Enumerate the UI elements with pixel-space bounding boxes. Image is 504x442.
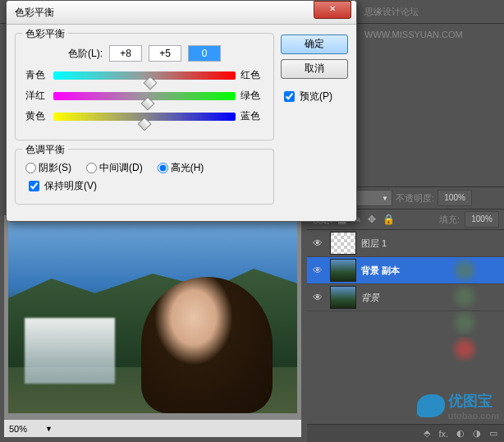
color-balance-dialog: 色彩平衡 ✕ 色彩平衡 色阶(L): +8 +5 0 青色 红色 洋红 — [6, 0, 357, 222]
preserve-luminosity-checkbox[interactable]: 保持明度(V) — [25, 178, 263, 194]
magenta-green-slider[interactable] — [53, 92, 236, 100]
watermark-calligraphy — [440, 256, 489, 371]
layer-thumbnail[interactable] — [330, 286, 356, 309]
color-balance-group: 色彩平衡 色阶(L): +8 +5 0 青色 红色 洋红 绿色 — [15, 33, 274, 140]
adjustment-layer-icon[interactable]: ◑ — [473, 428, 481, 439]
layer-row[interactable]: 👁 图层 1 — [307, 230, 504, 257]
lock-all-icon[interactable]: 🔒 — [383, 214, 395, 225]
slider-right-label: 绿色 — [241, 89, 263, 103]
slider-right-label: 红色 — [241, 68, 263, 82]
chevron-down-icon: ▼ — [382, 195, 388, 202]
preview-checkbox[interactable]: 预览(P) — [281, 89, 348, 104]
visibility-eye-icon[interactable]: 👁 — [310, 263, 325, 278]
chevron-down-icon[interactable]: ▼ — [45, 425, 53, 433]
canvas-statusbar: 50% ▼ — [4, 419, 301, 437]
level-label: 色阶(L): — [68, 47, 103, 61]
slider-left-label: 黄色 — [25, 109, 48, 123]
close-button[interactable]: ✕ — [314, 1, 351, 19]
watermark-url: utobao.com — [448, 411, 499, 421]
new-folder-icon[interactable]: ▭ — [489, 428, 497, 439]
zoom-level-input[interactable]: 50% — [9, 424, 42, 434]
fill-label: 填充: — [439, 214, 460, 226]
dialog-titlebar[interactable]: 色彩平衡 ✕ — [7, 1, 356, 25]
watermark-text: 优图宝 — [448, 391, 499, 411]
slider-left-label: 洋红 — [25, 89, 48, 103]
dialog-title: 色彩平衡 — [15, 6, 314, 20]
lock-move-icon[interactable]: ✥ — [368, 214, 376, 225]
highlights-radio[interactable]: 高光(H) — [158, 161, 204, 175]
shadows-radio[interactable]: 阴影(S) — [25, 161, 71, 175]
layer-thumbnail[interactable] — [330, 232, 356, 255]
opacity-label: 不透明度: — [396, 192, 434, 205]
tone-balance-group: 色调平衡 阴影(S) 中间调(D) 高光(H) 保持明度(V) — [15, 149, 274, 205]
group-legend: 色彩平衡 — [22, 27, 68, 41]
cyan-red-slider[interactable] — [53, 71, 236, 80]
opacity-input[interactable]: 100% — [438, 190, 472, 206]
layer-fx-icon[interactable]: fx. — [438, 429, 448, 439]
layer-thumbnail[interactable] — [330, 259, 356, 282]
level-input-2[interactable]: 0 — [188, 45, 221, 62]
layer-name[interactable]: 图层 1 — [361, 237, 387, 250]
bird-icon — [417, 394, 445, 417]
visibility-eye-icon[interactable]: 👁 — [310, 290, 325, 305]
slider-right-label: 蓝色 — [241, 109, 263, 123]
level-input-0[interactable]: +8 — [109, 45, 142, 62]
link-layers-icon[interactable]: ⬘ — [424, 428, 430, 439]
visibility-eye-icon[interactable]: 👁 — [310, 236, 325, 251]
level-input-1[interactable]: +5 — [149, 45, 181, 62]
document-canvas[interactable]: 50% ▼ — [4, 215, 301, 437]
midtones-radio[interactable]: 中间调(D) — [86, 161, 143, 175]
fill-input[interactable]: 100% — [465, 211, 499, 228]
layer-name[interactable]: 背景 — [361, 292, 379, 304]
group-legend: 色调平衡 — [22, 143, 68, 157]
site-watermark: 优图宝 utobao.com — [417, 391, 499, 421]
canvas-image — [8, 219, 297, 413]
layers-footer: ⬘ fx. ◐ ◑ ▭ — [307, 424, 504, 442]
yellow-blue-slider[interactable] — [53, 113, 236, 121]
layer-name[interactable]: 背景 副本 — [361, 265, 400, 277]
layer-mask-icon[interactable]: ◐ — [456, 428, 465, 439]
ok-button[interactable]: 确定 — [281, 35, 348, 54]
slider-left-label: 青色 — [25, 68, 48, 82]
cancel-button[interactable]: 取消 — [281, 59, 348, 79]
